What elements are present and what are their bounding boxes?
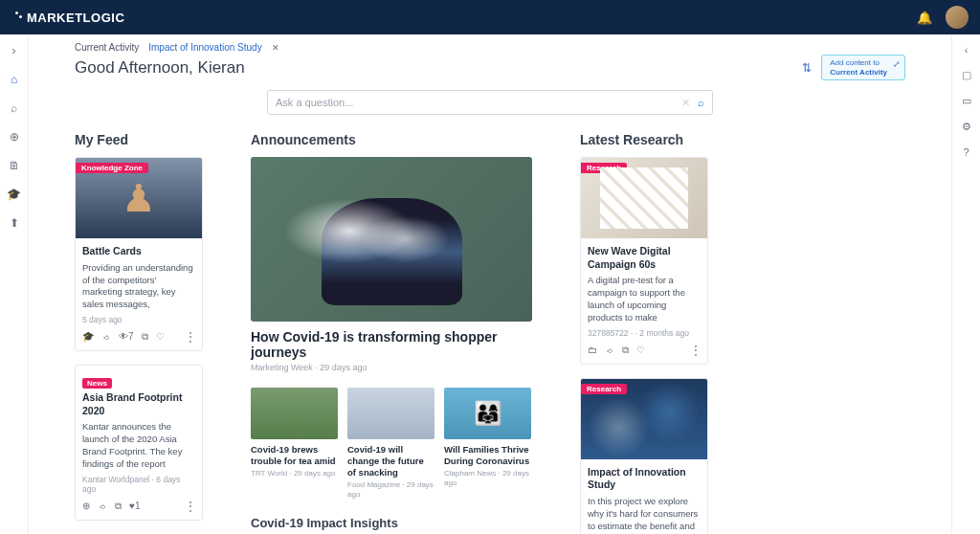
- heart-icon[interactable]: ♡: [156, 331, 165, 343]
- avatar[interactable]: [946, 6, 969, 29]
- mini-title: Covid-19 brews trouble for tea amid: [251, 444, 338, 467]
- add-content-line1: Add content to: [830, 58, 887, 68]
- breadcrumb-current[interactable]: Current Activity: [75, 42, 139, 53]
- card-desc: Providing an understanding of the compet…: [82, 262, 195, 311]
- mini-card[interactable]: Covid-19 brews trouble for tea amid TRT …: [251, 388, 338, 500]
- bell-icon[interactable]: 🔔: [917, 11, 932, 25]
- announcement-hero-title[interactable]: How Covid-19 is transforming shopper jou…: [251, 329, 532, 360]
- research-card[interactable]: Research Impact of Innovation Study In t…: [580, 378, 708, 534]
- share-icon[interactable]: ⪦: [605, 345, 614, 356]
- expand-icon: ⤢: [893, 59, 901, 70]
- close-breadcrumb-icon[interactable]: ✕: [272, 43, 279, 53]
- tag-research: Research: [581, 384, 627, 394]
- clear-search-icon[interactable]: ✕: [681, 97, 690, 109]
- card-meta: Kantar Worldpanel · 6 days ago: [82, 475, 195, 494]
- mini-card[interactable]: Covid-19 will change the future of snack…: [347, 388, 434, 500]
- breadcrumb: Current Activity Impact of Innovation St…: [75, 42, 905, 53]
- logo[interactable]: MARKETLOGIC: [11, 11, 124, 25]
- search-icon[interactable]: ⌕: [11, 101, 17, 115]
- feed-card[interactable]: Knowledge Zone Battle Cards Providing an…: [75, 157, 203, 351]
- mini-title: Will Families Thrive During Coronavirus: [444, 444, 531, 467]
- graduation-icon[interactable]: 🎓: [82, 331, 94, 343]
- card-title: Impact of Innovation Study: [588, 466, 701, 492]
- card-meta: 327885722 · · 2 months ago: [588, 328, 701, 338]
- views-icon[interactable]: 👁7: [119, 331, 134, 343]
- settings-icon[interactable]: ⚙: [962, 121, 971, 133]
- globe-icon[interactable]: ⊕: [10, 130, 19, 144]
- upload-icon[interactable]: ⬆: [10, 216, 19, 230]
- add-content-button[interactable]: Add content to Current Activity ⤢: [821, 55, 905, 80]
- likes-count: 1: [135, 501, 141, 511]
- help-icon[interactable]: ?: [963, 146, 969, 158]
- more-icon[interactable]: ⋮: [185, 500, 195, 513]
- breadcrumb-study[interactable]: Impact of Innovation Study: [148, 42, 261, 53]
- search-input[interactable]: [276, 97, 681, 108]
- right-rail: ‹ ▢ ▭ ⚙ ?: [951, 34, 980, 534]
- share-icon[interactable]: ⪦: [98, 501, 107, 512]
- share-icon[interactable]: ⪦: [101, 331, 111, 343]
- heart-icon[interactable]: ♥1: [129, 501, 141, 512]
- graduation-icon[interactable]: 🎓: [7, 188, 21, 201]
- mini-card[interactable]: Will Families Thrive During Coronavirus …: [444, 388, 531, 500]
- more-icon[interactable]: ⋮: [185, 330, 195, 344]
- search-submit-icon[interactable]: ⌕: [698, 97, 704, 108]
- chevron-left-icon[interactable]: ‹: [965, 44, 969, 56]
- more-icon[interactable]: ⋮: [690, 344, 701, 357]
- mini-meta: Food Magazine · 29 days ago: [347, 480, 434, 501]
- card-title: Battle Cards: [82, 245, 195, 258]
- card-image: Research: [581, 379, 707, 459]
- card-desc: Kantar announces the launch of the 2020 …: [82, 421, 195, 470]
- mini-image: [347, 388, 434, 439]
- insights-section-title: Covid-19 Impact Insights: [251, 516, 532, 530]
- tag-research: Research: [581, 163, 627, 173]
- globe-icon[interactable]: ⊕: [82, 501, 90, 512]
- page-title: Good Afternoon, Kieran: [75, 58, 245, 78]
- card-desc: A digital pre-test for a campaign to sup…: [588, 275, 701, 323]
- mini-image: [444, 388, 531, 439]
- research-title: Latest Research: [580, 132, 708, 147]
- announcements-title: Announcements: [251, 132, 532, 147]
- mini-title: Covid-19 will change the future of snack…: [347, 444, 434, 478]
- open-icon[interactable]: ⧉: [622, 345, 629, 356]
- card-image: Knowledge Zone: [76, 158, 202, 238]
- logo-icon: [11, 11, 25, 23]
- feed-column: My Feed Knowledge Zone Battle Cards Prov…: [75, 132, 203, 534]
- mini-meta: TRT World · 29 days ago: [251, 469, 338, 478]
- mini-image: [251, 388, 338, 439]
- folder-icon[interactable]: 🗀: [588, 345, 597, 356]
- heart-icon[interactable]: ♡: [636, 345, 645, 356]
- card-image: Research: [581, 158, 707, 238]
- announcements-column: Announcements How Covid-19 is transformi…: [251, 132, 532, 534]
- search-input-wrap: ✕ ⌕: [267, 90, 713, 115]
- announcement-hero-meta: Marketing Week · 29 days ago: [251, 363, 532, 372]
- open-icon[interactable]: ⧉: [142, 331, 148, 343]
- chevron-right-icon[interactable]: ›: [12, 44, 16, 57]
- open-icon[interactable]: ⧉: [115, 501, 122, 512]
- add-content-line2: Current Activity: [830, 68, 887, 78]
- card-title: Asia Brand Footprint 2020: [82, 391, 195, 417]
- clipboard-icon[interactable]: ▢: [962, 69, 971, 81]
- research-column: Latest Research Research New Wave Digita…: [580, 132, 708, 534]
- logo-text: MARKETLOGIC: [27, 11, 124, 25]
- feed-card[interactable]: News Asia Brand Footprint 2020 Kantar an…: [75, 365, 203, 521]
- feed-title: My Feed: [75, 132, 203, 147]
- tag-news: News: [82, 378, 112, 389]
- left-rail: › ⌂ ⌕ ⊕ 🗎 🎓 ⬆: [0, 34, 29, 534]
- tune-icon[interactable]: ⇅: [802, 61, 812, 75]
- card-desc: In this project we explore why it's hard…: [588, 496, 701, 534]
- tag-knowledge-zone: Knowledge Zone: [76, 163, 148, 173]
- announcement-hero-image[interactable]: [251, 157, 532, 322]
- topbar: MARKETLOGIC 🔔: [0, 0, 980, 34]
- content: Current Activity Impact of Innovation St…: [29, 34, 951, 534]
- card-icon[interactable]: ▭: [962, 95, 971, 107]
- mini-meta: Clapham News · 29 days ago: [444, 469, 531, 489]
- card-meta: 5 days ago: [82, 315, 195, 324]
- card-title: New Wave Digital Campaign 60s: [588, 245, 701, 271]
- document-icon[interactable]: 🗎: [9, 159, 20, 172]
- views-count: 7: [128, 331, 134, 342]
- home-icon[interactable]: ⌂: [11, 73, 17, 86]
- research-card[interactable]: Research New Wave Digital Campaign 60s A…: [580, 157, 708, 365]
